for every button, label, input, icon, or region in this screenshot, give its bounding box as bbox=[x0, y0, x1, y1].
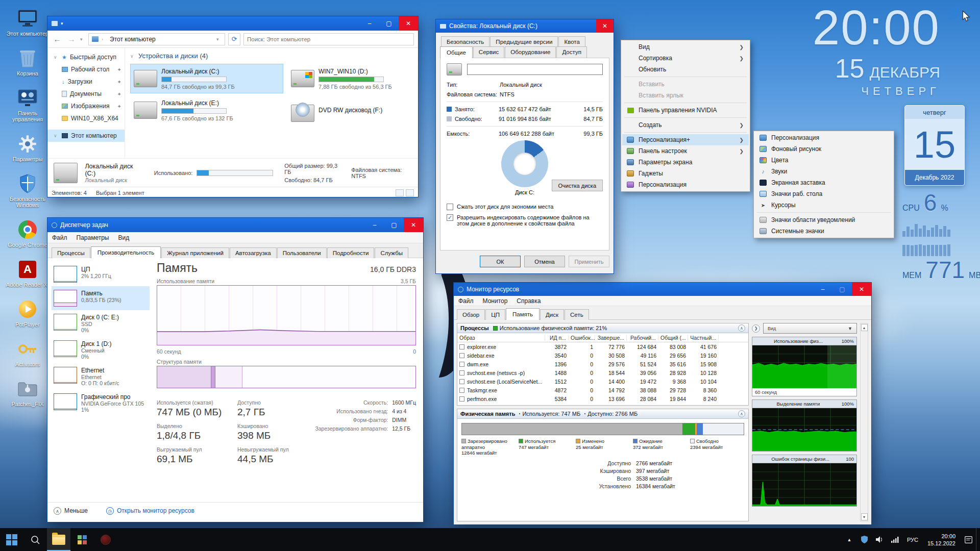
sidebar-item-this-pc[interactable]: ∨Этот компьютер bbox=[47, 130, 125, 142]
open-resource-monitor-link[interactable]: ◷Открыть монитор ресурсов bbox=[106, 507, 194, 515]
menu-item-new[interactable]: Создать❯ bbox=[622, 119, 749, 131]
taskbar-app-media[interactable] bbox=[94, 528, 117, 551]
view-dropdown-button[interactable]: Вид▼ bbox=[763, 323, 857, 334]
submenu-item-colors[interactable]: Цвета bbox=[755, 155, 893, 166]
perf-item-disk1[interactable]: Диск 1 (D:)Сменный0% bbox=[52, 337, 150, 363]
refresh-button[interactable]: ⟳ bbox=[228, 33, 240, 45]
process-checkbox[interactable] bbox=[459, 353, 464, 358]
sidebar-item-downloads[interactable]: ↓Загрузки✦ bbox=[47, 76, 125, 88]
tab-overview[interactable]: Обзор bbox=[457, 309, 485, 320]
submenu-item-system-icons[interactable]: Системные значки bbox=[755, 226, 893, 237]
desktop-icon-chrome[interactable]: Google Chrome bbox=[4, 219, 51, 248]
disk-cleanup-button[interactable]: Очистка диска bbox=[552, 180, 603, 191]
compress-checkbox[interactable] bbox=[447, 204, 453, 210]
menu-help[interactable]: Справка bbox=[512, 297, 545, 305]
drive-tile-e[interactable]: Локальный диск (E:) 67,6 ГБ свободно из … bbox=[130, 95, 283, 125]
network-icon[interactable] bbox=[888, 528, 903, 551]
drive-tile-c[interactable]: Локальный диск (C:) 84,7 ГБ свободно из … bbox=[130, 64, 283, 93]
tab-performance[interactable]: Производительность bbox=[91, 246, 161, 258]
ok-button[interactable]: ОК bbox=[480, 256, 521, 267]
collapse-chevron-icon[interactable]: ∧ bbox=[738, 410, 745, 417]
sidebar-item-desktop[interactable]: Рабочий стол✦ bbox=[47, 63, 125, 76]
submenu-item-notification-icons[interactable]: Значки области уведомлений bbox=[755, 214, 893, 226]
tab-disk[interactable]: Диск bbox=[540, 309, 564, 320]
close-button[interactable]: ✕ bbox=[852, 283, 871, 296]
perf-item-memory[interactable]: Память0,8/3,5 ГБ (23%) bbox=[52, 286, 150, 310]
maximize-button[interactable]: ▢ bbox=[379, 16, 399, 31]
close-button[interactable]: ✕ bbox=[399, 16, 418, 31]
tab-sharing[interactable]: Доступ bbox=[556, 46, 586, 58]
menu-options[interactable]: Параметры bbox=[72, 234, 114, 241]
perf-item-ethernet[interactable]: EthernetEthernetО: 0 П: 0 кбит/с bbox=[52, 363, 150, 390]
tab-processes[interactable]: Процессы bbox=[52, 247, 90, 258]
tab-cpu[interactable]: ЦП bbox=[485, 309, 505, 320]
tab-tools[interactable]: Сервис bbox=[473, 46, 504, 58]
menu-item-display-settings[interactable]: Параметры экрана bbox=[622, 157, 749, 168]
address-bar[interactable]: › Этот компьютер ▾ bbox=[88, 33, 225, 45]
submenu-item-personalization[interactable]: Персонализация bbox=[755, 132, 893, 143]
desktop-icon-potplayer[interactable]: PotPlayer bbox=[4, 299, 51, 328]
process-row[interactable]: perfmon.exe5384013 69628 08419 8448 240 bbox=[457, 394, 748, 403]
desktop-icon-adobe-reader[interactable]: A Adobe Reader XI bbox=[4, 259, 51, 288]
desktop-icon-computer[interactable]: Этот компьютер bbox=[4, 8, 51, 37]
process-checkbox[interactable] bbox=[459, 379, 464, 384]
cancel-button[interactable]: Отмена bbox=[524, 256, 565, 267]
perf-item-disk0[interactable]: Диск 0 (C: E:)SSD0% bbox=[52, 310, 150, 337]
minimize-button[interactable]: – bbox=[813, 283, 832, 296]
taskbar-app-grid[interactable] bbox=[70, 528, 94, 551]
tab-startup[interactable]: Автозагрузка bbox=[230, 247, 277, 258]
tab-app-history[interactable]: Журнал приложений bbox=[161, 247, 229, 258]
volume-icon[interactable] bbox=[872, 528, 888, 551]
apply-button[interactable]: Применить bbox=[569, 256, 609, 267]
minimize-button[interactable]: – bbox=[365, 218, 384, 232]
start-button[interactable] bbox=[0, 528, 23, 551]
tab-hardware[interactable]: Оборудование bbox=[505, 46, 556, 58]
drive-tile-d[interactable]: WIN7_WIN10 (D:) 7,88 ГБ свободно из 56,3… bbox=[287, 64, 418, 93]
show-desktop-button[interactable] bbox=[976, 528, 980, 551]
tab-services[interactable]: Службы bbox=[375, 247, 408, 258]
tab-network[interactable]: Сеть bbox=[565, 309, 589, 320]
index-checkbox[interactable]: ✓ bbox=[447, 214, 453, 221]
menu-item-paste[interactable]: Вставить bbox=[622, 79, 749, 90]
tab-quota[interactable]: Квота bbox=[558, 36, 585, 47]
menu-view[interactable]: Вид bbox=[113, 234, 134, 241]
sidebar-item-win10-folder[interactable]: WIN10_X86_X64 bbox=[47, 112, 125, 124]
list-view-button[interactable] bbox=[396, 189, 404, 196]
taskbar-file-explorer[interactable] bbox=[47, 528, 70, 551]
vertical-scrollbar[interactable]: ▲ ▼ bbox=[860, 323, 868, 521]
tab-memory[interactable]: Память bbox=[506, 308, 540, 320]
drive-tile-f-dvd[interactable]: DVD RW дисковод (F:) bbox=[287, 95, 418, 125]
tray-shield-icon[interactable] bbox=[857, 528, 872, 551]
tab-users[interactable]: Пользователи bbox=[277, 247, 327, 258]
process-checkbox[interactable] bbox=[459, 362, 464, 367]
close-button[interactable]: ✕ bbox=[404, 218, 423, 232]
maximize-button[interactable]: ▢ bbox=[832, 283, 852, 296]
process-row[interactable]: dwm.exe1396029 57651 52435 61615 908 bbox=[457, 360, 748, 368]
process-checkbox[interactable] bbox=[459, 396, 464, 402]
hidden-icons-chevron[interactable]: ▲ bbox=[842, 528, 857, 551]
submenu-item-cursors[interactable]: ➤Курсоры bbox=[755, 199, 893, 211]
menu-monitor[interactable]: Монитор bbox=[478, 297, 512, 305]
minimize-button[interactable]: – bbox=[360, 16, 379, 31]
menu-item-paste-shortcut[interactable]: Вставить ярлык bbox=[622, 90, 749, 101]
menu-item-personalization[interactable]: Персонализация bbox=[622, 179, 749, 190]
process-row[interactable]: sidebar.exe3540030 50849 11629 65619 160 bbox=[457, 351, 748, 360]
desktop-icon-windows-security[interactable]: Безопасность Windows bbox=[4, 173, 51, 208]
language-indicator[interactable]: РУС bbox=[903, 537, 922, 543]
action-center-icon[interactable] bbox=[961, 528, 976, 551]
thumbnail-view-button[interactable] bbox=[406, 189, 414, 196]
submenu-item-wallpaper[interactable]: Фоновый рисунок bbox=[755, 143, 893, 155]
search-button[interactable] bbox=[23, 528, 47, 551]
menu-item-gadgets[interactable]: Гаджеты bbox=[622, 168, 749, 179]
maximize-button[interactable]: ▢ bbox=[384, 218, 404, 232]
process-checkbox[interactable] bbox=[459, 388, 464, 393]
close-button[interactable]: ✕ bbox=[596, 19, 614, 33]
taskbar-clock[interactable]: 20:00 15.12.2022 bbox=[922, 533, 961, 547]
process-checkbox[interactable] bbox=[459, 344, 464, 349]
scroll-down-arrow[interactable]: ▼ bbox=[861, 513, 868, 520]
menu-item-settings-panel[interactable]: Панель настроек❯ bbox=[622, 145, 749, 157]
menu-item-nvidia-control-panel[interactable]: Панель управления NVIDIA bbox=[622, 105, 749, 116]
tab-details[interactable]: Подробности bbox=[327, 247, 375, 258]
desktop-icon-activators[interactable]: Activators bbox=[4, 339, 51, 367]
group-header-devices[interactable]: ∨Устройства и диски (4) bbox=[130, 52, 413, 60]
